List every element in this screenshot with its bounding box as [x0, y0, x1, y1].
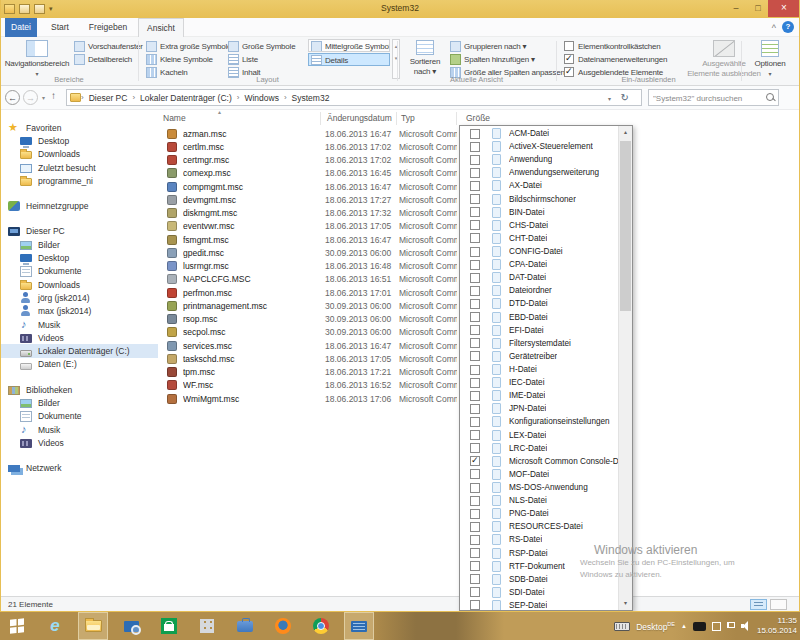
- ribbon-checkbox-dateinamenerweiterungen[interactable]: Dateinamenerweiterungen: [564, 53, 667, 66]
- filter-item-ebd-datei[interactable]: EBD-Datei: [460, 311, 618, 324]
- recent-locations-chevron-icon[interactable]: ▾: [42, 94, 45, 101]
- action-center-icon[interactable]: [727, 622, 735, 628]
- sidebar-item-zuletzt-besucht[interactable]: Zuletzt besucht: [0, 161, 158, 174]
- small-icons-button[interactable]: Kleine Symbole: [146, 53, 213, 66]
- filter-item-rsp-datei[interactable]: RSP-Datei: [460, 547, 618, 560]
- filter-checkbox[interactable]: [470, 522, 480, 532]
- filter-item-lrc-datei[interactable]: LRC-Datei: [460, 442, 618, 455]
- thumbnails-view-toggle[interactable]: [770, 599, 787, 610]
- taskbar-search-tool-button[interactable]: [116, 612, 146, 640]
- sidebar-item-max-jsk2014[interactable]: max (jsk2014): [0, 305, 158, 318]
- filter-checkbox[interactable]: [470, 430, 480, 440]
- filter-checkbox[interactable]: [470, 155, 480, 165]
- filter-checkbox[interactable]: [470, 325, 480, 335]
- filter-item-bin-datei[interactable]: BIN-Datei: [460, 206, 618, 219]
- column-header-name[interactable]: Name: [163, 112, 186, 125]
- address-dropdown-chevron-icon[interactable]: ▾: [608, 95, 611, 102]
- filter-item-lex-datei[interactable]: LEX-Datei: [460, 429, 618, 442]
- filter-checkbox[interactable]: [470, 299, 480, 309]
- sidebar-item-desktop[interactable]: Desktop: [0, 251, 158, 264]
- taskbar-app-grid-button[interactable]: [192, 612, 222, 640]
- filter-item-anwendungserweiterung[interactable]: Anwendungserweiterung: [460, 166, 618, 179]
- search-input[interactable]: [651, 91, 763, 106]
- filter-checkbox[interactable]: [470, 378, 480, 388]
- breadcrumb-item-system32[interactable]: System32: [287, 93, 335, 103]
- filter-item-h-datei[interactable]: H-Datei: [460, 363, 618, 376]
- sidebar-item-j-rg-jsk2014[interactable]: jörg (jsk2014): [0, 291, 158, 304]
- clock[interactable]: 11:3515.05.2014: [757, 616, 797, 636]
- up-button[interactable]: ↑: [51, 90, 56, 101]
- filter-item-ime-datei[interactable]: IME-Datei: [460, 389, 618, 402]
- extra-large-icons-button[interactable]: Extra große Symbole: [146, 40, 231, 53]
- column-header-size[interactable]: Größe: [466, 112, 490, 125]
- breadcrumb-item-windows[interactable]: Windows: [239, 93, 283, 103]
- filter-checkbox[interactable]: [470, 181, 480, 191]
- gallery-scroll-down-icon[interactable]: ▾: [393, 52, 399, 64]
- ribbon-checkbox-elementkontrollk-stchen[interactable]: Elementkontrollkästchen: [564, 40, 667, 53]
- options-button[interactable]: Optionen ▾: [746, 38, 794, 79]
- taskbar-system-app-button[interactable]: [344, 612, 374, 640]
- address-box[interactable]: ›Dieser PC›Lokaler Datenträger (C:)›Wind…: [66, 89, 642, 106]
- taskbar-firefox-button[interactable]: [268, 612, 298, 640]
- filter-checkbox[interactable]: [470, 207, 480, 217]
- sidebar-item-heimnetzgruppe[interactable]: Heimnetzgruppe: [0, 199, 158, 212]
- sidebar-item-lokaler-datentr-ger-c[interactable]: Lokaler Datenträger (C:): [0, 344, 158, 357]
- taskbar-internet-explorer-button[interactable]: [40, 612, 70, 640]
- filter-item-ger-tetreiber[interactable]: Gerätetreiber: [460, 350, 618, 363]
- tab-share[interactable]: Freigeben: [82, 18, 134, 37]
- filter-checkbox[interactable]: [470, 456, 480, 466]
- filter-item-nls-datei[interactable]: NLS-Datei: [460, 494, 618, 507]
- filter-item-ms-dos-anwendung[interactable]: MS-DOS-Anwendung: [460, 481, 618, 494]
- sidebar-item-daten-e[interactable]: Daten (E:): [0, 358, 158, 371]
- filter-item-resources-datei[interactable]: RESOURCES-Datei: [460, 520, 618, 533]
- filter-checkbox[interactable]: [470, 574, 480, 584]
- filter-item-efi-datei[interactable]: EFI-Datei: [460, 324, 618, 337]
- sidebar-item-downloads[interactable]: Downloads: [0, 148, 158, 161]
- filter-checkbox[interactable]: [470, 286, 480, 296]
- scroll-up-icon[interactable]: ▴: [619, 126, 632, 139]
- sidebar-item-netzwerk[interactable]: Netzwerk: [0, 462, 158, 475]
- breadcrumb-item-lokaler-datentr-ger-c[interactable]: Lokaler Datenträger (C:): [135, 93, 237, 103]
- filter-checkbox[interactable]: [470, 561, 480, 571]
- forward-button[interactable]: →: [23, 90, 38, 105]
- filter-item-dat-datei[interactable]: DAT-Datei: [460, 271, 618, 284]
- tab-file[interactable]: Datei: [5, 18, 37, 37]
- tab-start[interactable]: Start: [40, 18, 80, 37]
- layout-gallery-scrollbar[interactable]: ▴▾: [392, 39, 400, 79]
- filter-item-png-datei[interactable]: PNG-Datei: [460, 507, 618, 520]
- add-columns-button[interactable]: Spalten hinzufügen ▾: [450, 53, 535, 66]
- tab-view[interactable]: Ansicht: [138, 18, 184, 37]
- preview-pane-button[interactable]: Vorschaufenster: [74, 40, 143, 53]
- breadcrumb-item-dieser-pc[interactable]: Dieser PC: [84, 93, 133, 103]
- filter-checkbox[interactable]: [470, 469, 480, 479]
- filter-checkbox[interactable]: [470, 220, 480, 230]
- filter-checkbox[interactable]: [470, 247, 480, 257]
- filter-item-cpa-datei[interactable]: CPA-Datei: [460, 258, 618, 271]
- column-header-type[interactable]: Typ: [401, 112, 415, 125]
- filter-item-sdi-datei[interactable]: SDI-Datei: [460, 586, 618, 599]
- filter-item-rtf-dokument[interactable]: RTF-Dokument: [460, 560, 618, 573]
- filter-checkbox[interactable]: [470, 443, 480, 453]
- sidebar-item-desktop[interactable]: Desktop: [0, 134, 158, 147]
- column-separator[interactable]: [320, 112, 321, 125]
- filter-checkbox[interactable]: [470, 194, 480, 204]
- sidebar-item-bilder[interactable]: Bilder: [0, 396, 158, 409]
- filter-checkbox[interactable]: [470, 548, 480, 558]
- details-pane-button[interactable]: Detailbereich: [74, 53, 132, 66]
- filter-checkbox[interactable]: [470, 483, 480, 493]
- sidebar-item-bilder[interactable]: Bilder: [0, 238, 158, 251]
- filter-item-dateiordner[interactable]: Dateiordner: [460, 284, 618, 297]
- filter-checkbox[interactable]: [470, 535, 480, 545]
- sidebar-item-bibliotheken[interactable]: Bibliotheken: [0, 383, 158, 396]
- filter-item-acm-datei[interactable]: ACM-Datei: [460, 127, 618, 140]
- filter-item-activex-steuerelement[interactable]: ActiveX-Steuerelement: [460, 140, 618, 153]
- filter-checkbox[interactable]: [470, 587, 480, 597]
- gallery-scroll-up-icon[interactable]: ▴: [393, 40, 399, 52]
- filter-checkbox[interactable]: [470, 338, 480, 348]
- dropdown-scrollbar[interactable]: ▴ ▾: [618, 126, 632, 610]
- filter-item-filtersystemdatei[interactable]: Filtersystemdatei: [460, 337, 618, 350]
- sidebar-item-dokumente[interactable]: Dokumente: [0, 265, 158, 278]
- network-icon[interactable]: [712, 622, 721, 631]
- sidebar-item-programme-ni[interactable]: programme_ni: [0, 174, 158, 187]
- refresh-icon[interactable]: ↻: [621, 92, 629, 103]
